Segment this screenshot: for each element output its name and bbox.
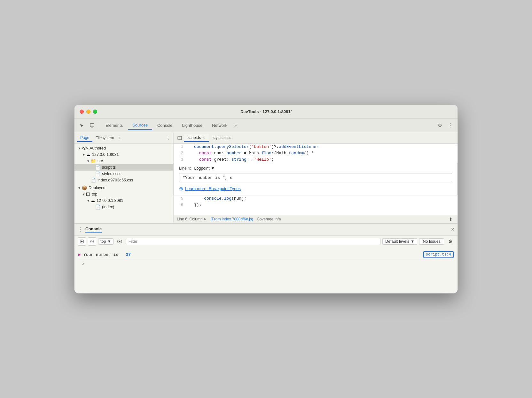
learn-icon: ⊕ [179,186,183,192]
svg-rect-2 [178,136,182,140]
deployed-server-label: 127.0.0.1:8081 [97,198,123,203]
tab-elements[interactable]: Elements [101,121,127,130]
console-options-icon[interactable]: ⋮ [78,226,83,233]
top-context-dropdown[interactable]: top ▼ [98,238,113,245]
nav-more-icon[interactable]: » [232,122,239,129]
logpoint-popup: Line 4: Logpoint ▼ ⊕ Learn more: Breakpo… [174,163,458,195]
top-label: top [92,192,97,196]
sidebar-toggle-icon[interactable] [176,134,184,142]
left-panel: Page Filesystem » ⋮ ▼ </> Authored ▼ [74,132,174,223]
code-lines-lower: 5 console.log(num); 6 }); [174,195,458,215]
editor-tab-script[interactable]: script.ts × [184,134,209,142]
status-from [207,217,209,221]
filter-input[interactable] [126,238,380,245]
inspect-icon[interactable] [87,121,97,130]
styles-scss-item[interactable]: ▶ 📄 styles.scss [74,171,173,177]
src-item[interactable]: ▼ 📁 src [74,158,173,164]
tab-sources[interactable]: Sources [128,121,152,130]
levels-dropdown-arrow: ▼ [411,239,414,244]
top-nav: Elements Sources Console Lighthouse Netw… [74,119,458,132]
arrow-icon: ▼ [77,147,82,150]
line-num-3: 3 [174,157,186,163]
tab-lighthouse[interactable]: Lighthouse [178,121,207,130]
console-close-icon[interactable]: × [451,226,454,233]
frame-icon: ☐ [86,192,90,197]
console-title: Console [85,226,102,233]
status-coverage-text: Coverage: n/a [257,217,281,221]
index-css-label: index.d9703d55.css [98,178,133,182]
tab-page[interactable]: Page [77,134,92,142]
code-line-3: 3 const greet: string = 'Hello'; [174,157,458,163]
log-line-1: ▶ Your number is 37 script.ts:4 [78,250,454,260]
console-output: ▶ Your number is 37 script.ts:4 > [74,247,458,293]
index-css-item[interactable]: ▶ 📄 index.d9703d55.css [74,177,173,183]
logpoint-input[interactable] [182,175,449,181]
deployed-label: Deployed [89,186,106,190]
traffic-lights [80,110,97,114]
default-levels-dropdown[interactable]: Default levels ▼ [382,238,417,245]
code-line-2: 2 const num: number = Math.floor(Math.ra… [174,150,458,157]
line-content-2: const num: number = Math.floor(Math.rand… [193,150,458,157]
cloud-icon: ☁ [86,152,90,157]
ts-file-icon: 📄 [95,165,100,170]
logpoint-input-wrapper [179,173,452,182]
line-content-5: console.log(num); [193,195,458,202]
top-item[interactable]: ▼ ☐ top [74,191,173,197]
editor-tab-styles[interactable]: styles.scss [209,134,235,142]
clear-icon[interactable] [88,237,96,246]
console-prompt[interactable]: > [78,260,454,268]
tab-console[interactable]: Console [153,121,177,130]
more-options-icon[interactable]: ⋮ [445,121,455,130]
logpoint-type-dropdown[interactable]: Logpoint ▼ [194,166,215,171]
cloud-icon2: ☁ [90,198,95,203]
index-item[interactable]: ▶ 📄 (index) [74,204,173,210]
editor-tabs: script.ts × styles.scss [174,132,458,144]
cursor-icon[interactable] [77,121,87,130]
arrow-icon: ▼ [86,199,90,203]
nav-divider [99,122,99,129]
minimize-button[interactable] [86,110,90,114]
line-num-1: 1 [174,144,186,150]
editor-tab-close-icon[interactable]: × [203,135,205,140]
panel-more-icon[interactable]: » [117,134,122,142]
line-content-6: }); [193,202,458,208]
script-ts-item[interactable]: ▶ 📄 script.ts [74,164,173,171]
deployed-item[interactable]: ▼ 📦 Deployed [74,185,173,191]
settings-icon[interactable]: ⚙ [435,121,445,130]
panel-options-icon[interactable]: ⋮ [166,135,171,141]
line-num-6: 6 [174,202,186,208]
logpoint-type-label: Logpoint [194,166,210,171]
line-num-2: 2 [174,150,186,157]
log-source-link[interactable]: script.ts:4 [423,251,454,258]
default-levels-label: Default levels [385,239,409,244]
tab-filesystem[interactable]: Filesystem [92,134,117,142]
file-tree: ▼ </> Authored ▼ ☁ 127.0.0.1:8081 ▼ 📁 [74,144,173,223]
code-line-6: 6 }); [174,202,458,208]
authored-item[interactable]: ▼ </> Authored [74,145,173,151]
tab-network[interactable]: Network [207,121,232,130]
server-item[interactable]: ▼ ☁ 127.0.0.1:8081 [74,151,173,158]
script-ts-label: script.ts [102,165,116,170]
maximize-button[interactable] [93,110,97,114]
src-label: src [98,159,103,163]
dropdown-arrow-icon: ▼ [211,166,215,171]
deployed-server-item[interactable]: ▼ ☁ 127.0.0.1:8081 [74,197,173,204]
right-panel: script.ts × styles.scss 1 document. [174,132,458,223]
close-button[interactable] [80,110,84,114]
top-dropdown-arrow: ▼ [107,239,111,244]
scroll-to-bottom-icon[interactable]: ⬆ [447,216,454,223]
server-label: 127.0.0.1:8081 [92,152,119,157]
learn-more-link[interactable]: Learn more: Breakpoint Types [185,186,241,191]
eye-icon[interactable] [115,237,124,246]
editor-tab-script-label: script.ts [188,135,201,140]
code-icon: </> [82,146,88,151]
log-text: Your number is 37 [83,252,423,257]
execute-icon[interactable] [78,237,86,246]
css-file-icon: 📄 [90,178,96,183]
line-num-5: 5 [174,195,186,202]
editor-tab-styles-label: styles.scss [213,135,231,140]
console-settings-icon[interactable]: ⚙ [446,237,454,246]
status-from-link[interactable]: (From index.7808df6e.js) [210,217,253,221]
authored-label: Authored [90,146,106,150]
window-title: DevTools - 127.0.0.1:8081/ [240,109,292,114]
